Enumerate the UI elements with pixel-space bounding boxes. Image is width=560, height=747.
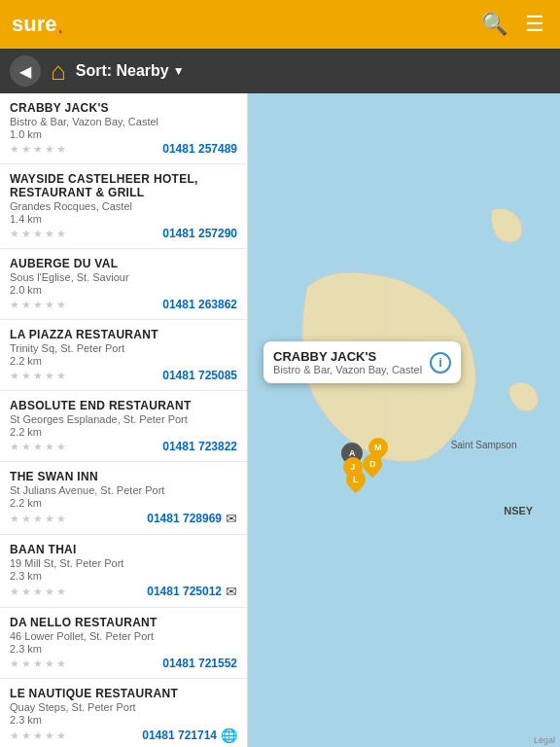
star-icon: ★ [33, 441, 43, 453]
list-item[interactable]: LE NAUTIQUE RESTAURANT Quay Steps, St. P… [0, 679, 247, 747]
star-icon: ★ [21, 513, 31, 525]
star-icon: ★ [56, 658, 66, 670]
phone-number[interactable]: 01481 721552 [162, 657, 237, 670]
home-button[interactable]: ⌂ [51, 56, 66, 87]
list-item[interactable]: BAAN THAI 19 Mill St, St. Peter Port 2.3… [0, 535, 247, 608]
star-rating: ★★★★★ [10, 299, 66, 311]
logo-dot: . [56, 12, 63, 37]
restaurant-address: Bistro & Bar, Vazon Bay, Castel [10, 116, 237, 127]
restaurant-distance: 2.3 km [10, 570, 237, 582]
item-footer: ★★★★★ 01481 721552 [10, 657, 237, 670]
item-actions: 01481 723822 [162, 440, 237, 453]
popup-subtitle: Bistro & Bar, Vazon Bay, Castel [273, 364, 422, 375]
item-footer: ★★★★★ 01481 257489 [10, 142, 237, 156]
star-icon: ★ [21, 228, 31, 240]
item-actions: 01481 725012 ✉ [147, 584, 237, 599]
sort-selector[interactable]: Sort: Nearby ▼ [76, 62, 185, 80]
phone-number[interactable]: 01481 257489 [162, 142, 237, 156]
item-footer: ★★★★★ 01481 257290 [10, 227, 237, 240]
popup-title: CRABBY JACK'S [273, 349, 422, 364]
star-rating: ★★★★★ [10, 586, 66, 598]
restaurant-distance: 2.2 km [10, 426, 237, 438]
star-rating: ★★★★★ [10, 143, 66, 156]
star-icon: ★ [56, 143, 66, 156]
list-item[interactable]: CRABBY JACK'S Bistro & Bar, Vazon Bay, C… [0, 93, 247, 164]
restaurant-address: 46 Lower Pollet, St. Peter Port [10, 630, 237, 642]
list-item[interactable]: AUBERGE DU VAL Sous l'Eglise, St. Saviou… [0, 249, 247, 320]
star-rating: ★★★★★ [10, 513, 66, 525]
main-content: CRABBY JACK'S Bistro & Bar, Vazon Bay, C… [0, 93, 560, 747]
restaurant-name: CRABBY JACK'S [10, 101, 237, 115]
star-rating: ★★★★★ [10, 729, 66, 742]
star-icon: ★ [21, 586, 31, 598]
star-icon: ★ [45, 586, 54, 598]
restaurant-address: Quay Steps, St. Peter Port [10, 701, 237, 713]
star-icon: ★ [33, 143, 43, 156]
star-icon: ★ [21, 441, 31, 453]
star-icon: ★ [45, 441, 54, 453]
star-icon: ★ [21, 299, 31, 311]
item-footer: ★★★★★ 01481 725012 ✉ [10, 584, 237, 599]
list-item[interactable]: THE SWAN INN St Julians Avenue, St. Pete… [0, 462, 247, 535]
sort-label: Sort: Nearby [76, 62, 169, 80]
map-popup: CRABBY JACK'S Bistro & Bar, Vazon Bay, C… [263, 341, 461, 383]
restaurant-address: Sous l'Eglise, St. Saviour [10, 271, 237, 283]
restaurant-address: St Georges Esplanade, St. Peter Port [10, 413, 237, 425]
star-icon: ★ [21, 658, 31, 670]
envelope-icon: ✉ [226, 511, 237, 526]
phone-number[interactable]: 01481 257290 [162, 227, 237, 240]
restaurant-name: ABSOLUTE END RESTAURANT [10, 399, 237, 412]
star-icon: ★ [45, 513, 54, 525]
star-icon: ★ [45, 228, 54, 240]
phone-number[interactable]: 01481 725012 [147, 585, 222, 598]
map-background [248, 93, 560, 747]
item-actions: 01481 257290 [162, 227, 237, 240]
map-panel: CRABBY JACK'S Bistro & Bar, Vazon Bay, C… [248, 93, 560, 747]
back-button[interactable]: ◀ [10, 55, 41, 87]
restaurant-name: Wayside Castelheer Hotel, Restaurant & G… [10, 172, 237, 199]
star-icon: ★ [33, 586, 43, 598]
star-icon: ★ [10, 658, 19, 670]
nav-bar: ◀ ⌂ Sort: Nearby ▼ [0, 49, 560, 93]
map-markers: A J L M D [341, 433, 419, 501]
phone-number[interactable]: 01481 263862 [162, 298, 237, 311]
restaurant-distance: 2.0 km [10, 284, 237, 296]
phone-number[interactable]: 01481 721714 [142, 729, 217, 742]
star-icon: ★ [56, 441, 66, 453]
item-actions: 01481 728969 ✉ [147, 511, 237, 526]
star-icon: ★ [10, 729, 19, 742]
map-label-saint-sampson: Saint Sampson [451, 440, 517, 450]
star-icon: ★ [56, 729, 66, 742]
restaurant-distance: 2.2 km [10, 355, 237, 367]
item-footer: ★★★★★ 01481 263862 [10, 298, 237, 311]
app-header: sure. 🔍 ☰ [0, 0, 560, 49]
menu-button[interactable]: ☰ [521, 8, 548, 41]
star-icon: ★ [33, 658, 43, 670]
info-icon: i [438, 355, 442, 370]
app-logo: sure. [12, 12, 64, 37]
popup-info-button[interactable]: i [430, 352, 451, 374]
sort-arrow-icon: ▼ [173, 64, 185, 78]
restaurant-distance: 1.4 km [10, 213, 237, 225]
star-rating: ★★★★★ [10, 228, 66, 240]
restaurant-name: BAAN THAI [10, 543, 237, 556]
phone-number[interactable]: 01481 725085 [162, 369, 237, 382]
star-icon: ★ [33, 729, 43, 742]
star-icon: ★ [56, 586, 66, 598]
globe-icon: 🌐 [221, 728, 237, 743]
logo-text: sure [12, 12, 56, 37]
restaurant-name: DA NELLO RESTAURANT [10, 616, 237, 629]
search-button[interactable]: 🔍 [477, 8, 511, 41]
list-item[interactable]: DA NELLO RESTAURANT 46 Lower Pollet, St.… [0, 608, 247, 679]
restaurant-distance: 2.2 km [10, 497, 237, 509]
restaurant-list: CRABBY JACK'S Bistro & Bar, Vazon Bay, C… [0, 93, 248, 747]
restaurant-address: Trinity Sq, St. Peter Port [10, 342, 237, 354]
phone-number[interactable]: 01481 728969 [147, 512, 222, 525]
phone-number[interactable]: 01481 723822 [162, 440, 237, 453]
star-icon: ★ [56, 228, 66, 240]
list-item[interactable]: LA PIAZZA RESTAURANT Trinity Sq, St. Pet… [0, 320, 247, 391]
list-item[interactable]: Wayside Castelheer Hotel, Restaurant & G… [0, 164, 247, 249]
star-icon: ★ [45, 370, 54, 382]
list-item[interactable]: ABSOLUTE END RESTAURANT St Georges Espla… [0, 391, 247, 462]
star-icon: ★ [33, 513, 43, 525]
